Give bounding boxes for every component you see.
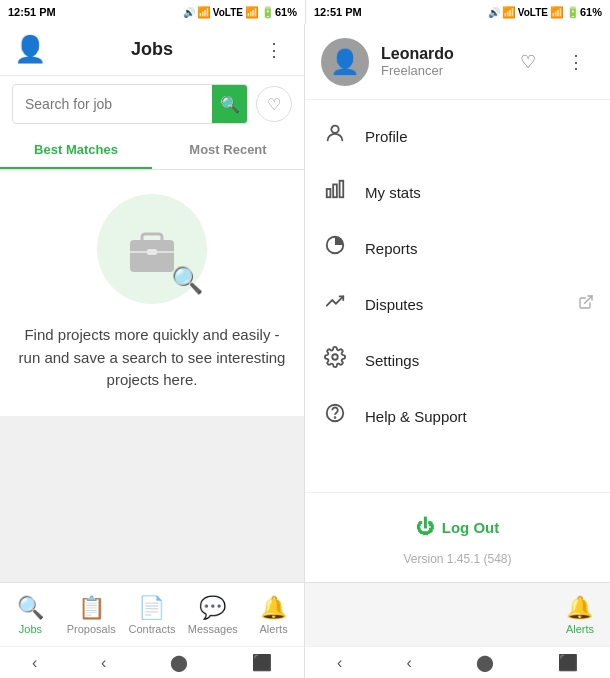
power-icon: ⏻ [416,517,434,538]
menu-item-reports[interactable]: Reports [305,220,610,276]
drawer-menu: 👤 Leonardo Freelancer ♡ ⋮ Profile [305,24,610,678]
drawer-more-button[interactable]: ⋮ [558,44,594,80]
empty-illustration: 🔍 [97,194,207,304]
right-home-icon[interactable]: ⬤ [476,653,494,672]
tabs-bar: Best Matches Most Recent [0,132,304,170]
search-bar: 🔍 ♡ [0,76,304,132]
user-name: Leonardo [381,45,498,63]
tab-best-matches[interactable]: Best Matches [0,132,152,169]
menu-item-help-support[interactable]: Help & Support [305,388,610,444]
right-system-nav-bar: ‹ ‹ ⬤ ⬛ [305,646,610,678]
user-role: Freelancer [381,63,498,78]
nav-item-alerts[interactable]: 🔔 Alerts [243,595,304,635]
favorite-button[interactable]: ♡ [256,86,292,122]
svg-point-4 [331,126,338,133]
search-button[interactable]: 🔍 [212,85,247,123]
svg-rect-6 [333,184,337,197]
app-header: 👤 Jobs ⋮ [0,24,304,76]
svg-line-9 [585,296,592,303]
nav-item-contracts[interactable]: 📄 Contracts [122,595,183,635]
gray-area [0,416,304,583]
avatar: 👤 [321,38,369,86]
alerts-icon: 🔔 [260,595,287,621]
svg-point-12 [335,417,336,418]
nav-item-messages[interactable]: 💬 Messages [182,595,243,635]
svg-rect-5 [327,189,331,197]
right-time: 12:51 PM [314,6,362,18]
svg-rect-7 [340,181,344,198]
empty-state: 🔍 Find projects more quickly and easily … [16,194,288,392]
menu-list: Profile My stats Reports [305,100,610,492]
version-text: Version 1.45.1 (548) [321,552,594,566]
right-alerts-icon: 🔔 [566,595,593,621]
svg-point-10 [332,354,338,360]
drawer-heart-button[interactable]: ♡ [510,44,546,80]
empty-state-text: Find projects more quickly and easily - … [16,324,288,392]
contracts-icon: 📄 [138,595,165,621]
page-title: Jobs [48,39,256,60]
main-content: 🔍 Find projects more quickly and easily … [0,170,304,416]
left-time: 12:51 PM [8,6,56,18]
nav-item-jobs[interactable]: 🔍 Jobs [0,595,61,635]
menu-item-settings[interactable]: Settings [305,332,610,388]
logout-button[interactable]: ⏻ Log Out [321,509,594,546]
menu-item-profile[interactable]: Profile [305,108,610,164]
jobs-icon: 🔍 [17,595,44,621]
back-icon[interactable]: ‹ [101,654,106,672]
avatar-button[interactable]: 👤 [12,32,48,68]
bottom-nav: 🔍 Jobs 📋 Proposals 📄 Contracts 💬 Message… [0,582,304,646]
right-status-bar: 12:51 PM 🔊 📶 VoLTE 📶 🔋61% [305,0,610,24]
menu-item-my-stats[interactable]: My stats [305,164,610,220]
proposals-icon: 📋 [78,595,105,621]
more-options-button[interactable]: ⋮ [256,32,292,68]
home-icon[interactable]: ⬤ [170,653,188,672]
tab-most-recent[interactable]: Most Recent [152,132,304,169]
right-back-chevron-icon[interactable]: ‹ [337,654,342,672]
help-icon [321,402,349,430]
external-link-icon [578,294,594,314]
search-input[interactable] [13,88,212,120]
profile-icon [321,122,349,150]
svg-rect-1 [142,234,162,244]
heart-outline-icon: ♡ [520,51,536,73]
heart-icon: ♡ [267,95,281,114]
reports-icon [321,234,349,262]
right-recents-icon[interactable]: ⬛ [558,653,578,672]
right-back-icon[interactable]: ‹ [406,654,411,672]
user-info: Leonardo Freelancer [381,45,498,78]
stats-icon [321,178,349,206]
drawer-footer: ⏻ Log Out Version 1.45.1 (548) [305,492,610,582]
system-nav-bar: ‹ ‹ ⬤ ⬛ [0,646,304,678]
svg-rect-3 [147,249,157,255]
right-status-icons: 🔊 📶 VoLTE 📶 🔋61% [488,6,602,19]
settings-icon [321,346,349,374]
search-icon: 🔍 [220,95,240,114]
back-chevron-icon[interactable]: ‹ [32,654,37,672]
left-status-bar: 12:51 PM 🔊 📶 VoLTE 📶 🔋61% [0,0,305,24]
menu-item-disputes[interactable]: Disputes [305,276,610,332]
search-overlay-icon: 🔍 [171,265,203,296]
jobs-screen: 👤 Jobs ⋮ 🔍 ♡ [0,24,305,678]
right-bottom-nav: 🔔 Alerts [305,582,610,646]
drawer-header: 👤 Leonardo Freelancer ♡ ⋮ [305,24,610,100]
messages-icon: 💬 [199,595,226,621]
recents-icon[interactable]: ⬛ [252,653,272,672]
nav-item-proposals[interactable]: 📋 Proposals [61,595,122,635]
disputes-icon [321,290,349,318]
right-nav-alerts[interactable]: 🔔 Alerts [566,595,594,635]
left-status-icons: 🔊 📶 VoLTE 📶 🔋61% [183,6,297,19]
